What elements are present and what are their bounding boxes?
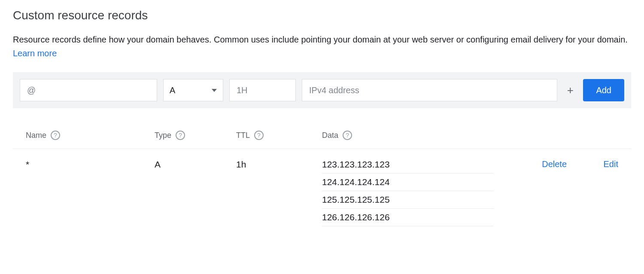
- help-icon[interactable]: ?: [343, 131, 352, 140]
- header-ttl: TTL ?: [236, 131, 313, 140]
- page-description: Resource records define how your domain …: [13, 33, 631, 60]
- delete-link[interactable]: Delete: [511, 159, 567, 226]
- name-input[interactable]: [20, 79, 157, 101]
- row-data: 123.123.123.123 124.124.124.124 125.125.…: [313, 159, 511, 226]
- ttl-input[interactable]: [229, 79, 296, 101]
- description-text: Resource records define how your domain …: [13, 35, 628, 44]
- header-name-label: Name: [26, 131, 46, 140]
- table-header: Name ? Type ? TTL ? Data ?: [13, 124, 631, 149]
- data-item: 124.124.124.124: [322, 174, 494, 191]
- data-item: 126.126.126.126: [322, 209, 494, 226]
- header-ttl-label: TTL: [236, 131, 250, 140]
- row-type: A: [155, 159, 236, 226]
- data-item: 123.123.123.123: [322, 159, 494, 174]
- edit-link[interactable]: Edit: [567, 159, 618, 226]
- header-type-label: Type: [155, 131, 171, 140]
- page-title: Custom resource records: [13, 9, 631, 22]
- type-select[interactable]: A: [163, 79, 223, 101]
- data-input[interactable]: [302, 79, 557, 101]
- header-type: Type ?: [155, 131, 236, 140]
- header-data-label: Data: [322, 131, 338, 140]
- add-record-bar: A + Add: [13, 72, 631, 108]
- header-name: Name ?: [26, 131, 155, 140]
- chevron-down-icon: [212, 89, 217, 92]
- learn-more-link[interactable]: Learn more: [13, 49, 57, 58]
- data-list: 123.123.123.123 124.124.124.124 125.125.…: [322, 159, 494, 226]
- data-item: 125.125.125.125: [322, 191, 494, 209]
- header-data: Data ?: [313, 131, 511, 140]
- records-table: Name ? Type ? TTL ? Data ? * A 1h 123.12…: [13, 124, 631, 230]
- row-ttl: 1h: [236, 159, 313, 226]
- row-name: *: [26, 159, 155, 226]
- add-button[interactable]: Add: [583, 79, 624, 101]
- add-data-icon[interactable]: +: [563, 84, 577, 97]
- table-row: * A 1h 123.123.123.123 124.124.124.124 1…: [13, 149, 631, 230]
- help-icon[interactable]: ?: [176, 131, 185, 140]
- help-icon[interactable]: ?: [254, 131, 264, 140]
- help-icon[interactable]: ?: [51, 131, 60, 140]
- type-value: A: [170, 85, 175, 95]
